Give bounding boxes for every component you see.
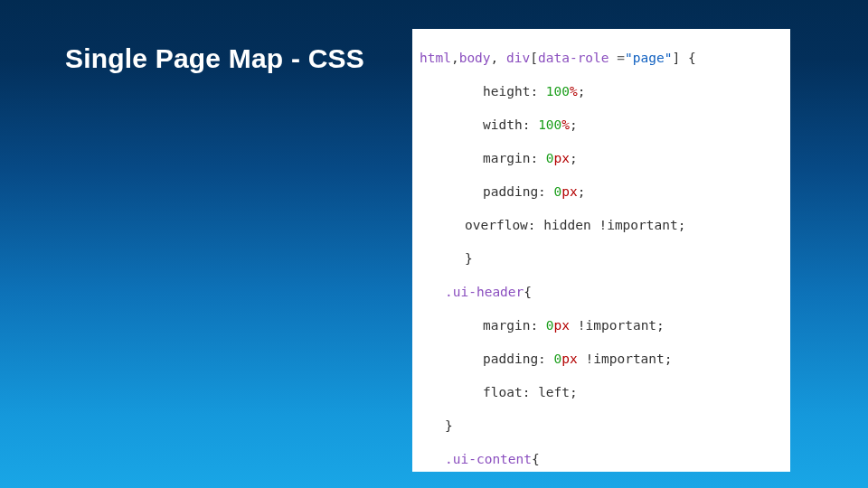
slide: Single Page Map - CSS html,body, div[dat… bbox=[0, 0, 868, 488]
code-snippet: html,body, div[data-role ="page"] { heig… bbox=[412, 29, 790, 472]
slide-title: Single Page Map - CSS bbox=[65, 43, 364, 74]
code-token: html bbox=[420, 51, 451, 65]
